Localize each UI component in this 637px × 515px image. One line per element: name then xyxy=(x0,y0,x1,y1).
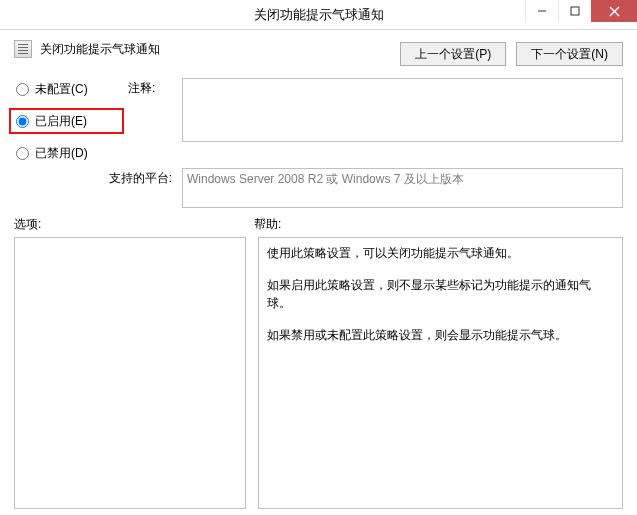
highlight-box: 已启用(E) xyxy=(9,108,124,134)
platform-textarea xyxy=(182,168,623,208)
options-section-label: 选项: xyxy=(14,216,254,233)
prev-setting-button[interactable]: 上一个设置(P) xyxy=(400,42,506,66)
window-controls xyxy=(525,0,637,22)
window-title: 关闭功能提示气球通知 xyxy=(254,6,384,24)
help-section-label: 帮助: xyxy=(254,216,623,233)
radio-not-configured[interactable]: 未配置(C) xyxy=(14,80,124,98)
comment-label: 注释: xyxy=(128,78,178,97)
header-row: 关闭功能提示气球通知 上一个设置(P) 下一个设置(N) xyxy=(0,30,637,72)
radio-enabled[interactable]: 已启用(E) xyxy=(14,112,119,130)
radio-enabled-label: 已启用(E) xyxy=(35,113,87,130)
svg-rect-1 xyxy=(571,7,579,15)
state-radio-group: 未配置(C) 已启用(E) 已禁用(D) xyxy=(14,78,124,162)
close-button[interactable] xyxy=(591,0,637,22)
next-setting-button[interactable]: 下一个设置(N) xyxy=(516,42,623,66)
options-pane[interactable] xyxy=(14,237,246,509)
radio-not-configured-input[interactable] xyxy=(16,83,29,96)
maximize-button[interactable] xyxy=(558,0,591,22)
policy-name: 关闭功能提示气球通知 xyxy=(40,41,160,58)
minimize-button[interactable] xyxy=(525,0,558,22)
help-pane[interactable]: 使用此策略设置，可以关闭功能提示气球通知。 如果启用此策略设置，则不显示某些标记… xyxy=(258,237,623,509)
radio-disabled-label: 已禁用(D) xyxy=(35,145,88,162)
radio-disabled-input[interactable] xyxy=(16,147,29,160)
help-paragraph: 使用此策略设置，可以关闭功能提示气球通知。 xyxy=(267,244,614,262)
radio-not-configured-label: 未配置(C) xyxy=(35,81,88,98)
comment-textarea[interactable] xyxy=(182,78,623,142)
radio-enabled-input[interactable] xyxy=(16,115,29,128)
platform-label: 支持的平台: xyxy=(14,168,178,187)
help-paragraph: 如果禁用或未配置此策略设置，则会显示功能提示气球。 xyxy=(267,326,614,344)
policy-icon xyxy=(14,40,32,58)
titlebar: 关闭功能提示气球通知 xyxy=(0,0,637,30)
radio-disabled[interactable]: 已禁用(D) xyxy=(14,144,124,162)
help-paragraph: 如果启用此策略设置，则不显示某些标记为功能提示的通知气球。 xyxy=(267,276,614,312)
